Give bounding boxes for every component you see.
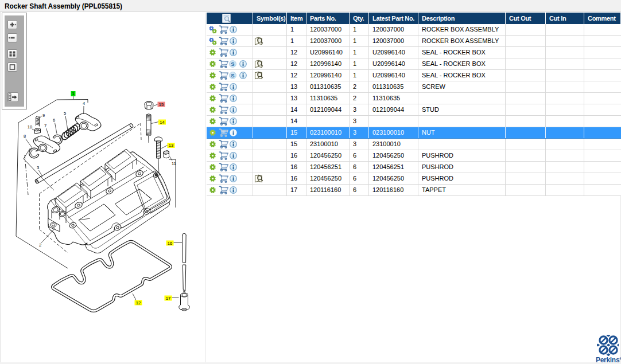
svg-text:3: 3 [37,165,39,170]
svg-text:12: 12 [136,300,141,306]
svg-text:6: 6 [53,118,55,123]
svg-text:7: 7 [44,123,46,128]
svg-text:15: 15 [159,102,164,107]
svg-text:17: 17 [166,296,170,301]
svg-text:S: S [231,61,234,67]
svg-text:11: 11 [172,161,176,166]
svg-text:1: 1 [72,91,74,96]
svg-text:14: 14 [160,120,164,125]
svg-text:10: 10 [28,124,32,130]
svg-text:16: 16 [168,241,172,246]
svg-text:S: S [231,72,234,79]
svg-text:2: 2 [39,242,41,248]
svg-text:9: 9 [42,113,45,118]
svg-text:8: 8 [24,134,26,139]
svg-text:4: 4 [83,101,85,106]
svg-text:13: 13 [169,143,173,148]
svg-text:5: 5 [64,111,66,116]
